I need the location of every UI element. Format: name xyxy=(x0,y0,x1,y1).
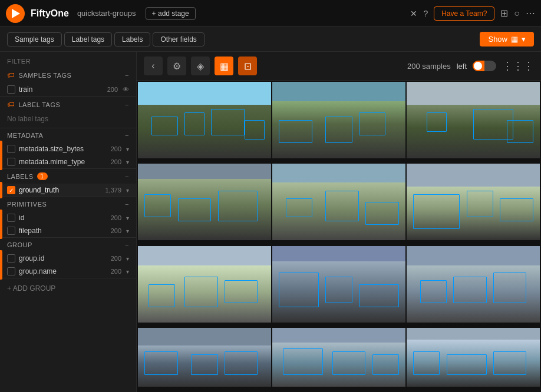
detection-box xyxy=(225,351,258,375)
view-toggle[interactable] xyxy=(473,61,496,71)
app-logo xyxy=(6,4,25,23)
metadata-mime-checkbox[interactable] xyxy=(7,158,15,166)
grid-cell[interactable] xyxy=(272,82,405,158)
grid-cell[interactable] xyxy=(407,328,540,387)
samples-tags-header[interactable]: 🏷 SAMPLES TAGS − xyxy=(0,67,136,83)
accent-bar xyxy=(0,222,2,239)
grid-cell[interactable] xyxy=(138,328,271,387)
add-stage-button[interactable]: + add stage xyxy=(146,7,196,20)
chevron-down-icon[interactable]: ▾ xyxy=(126,228,129,234)
detection-overlay xyxy=(138,328,271,387)
filepath-checkbox[interactable] xyxy=(7,227,15,235)
add-group-button[interactable]: + ADD GROUP xyxy=(0,278,136,298)
detection-box xyxy=(279,120,312,143)
grid-cell[interactable] xyxy=(138,82,271,158)
dataset-name: quickstart-groups xyxy=(77,9,136,18)
grid-cell[interactable] xyxy=(407,246,540,323)
grid-cell[interactable] xyxy=(138,164,271,240)
detection-box xyxy=(149,284,175,307)
group-id-checkbox[interactable] xyxy=(7,254,15,263)
grid-view-icon[interactable]: ⋮⋮⋮ xyxy=(502,59,534,72)
chevron-down-icon[interactable]: ▾ xyxy=(126,146,129,152)
group-header[interactable]: GROUP − xyxy=(0,238,136,252)
grid-button[interactable]: ▦ xyxy=(215,57,233,75)
group-section: GROUP − group.id 200 ▾ group.name 200 ▾ xyxy=(0,238,136,278)
collapse-icon[interactable]: − xyxy=(125,72,129,79)
detection-overlay xyxy=(272,246,405,323)
list-item[interactable]: group.id 200 ▾ xyxy=(0,252,136,265)
show-button[interactable]: Show ▦ ▾ xyxy=(480,32,534,46)
bookmark-button[interactable]: ⊡ xyxy=(238,57,257,75)
accent-bar xyxy=(0,263,2,280)
grid-cell[interactable] xyxy=(407,164,540,240)
chevron-down-icon[interactable]: ▾ xyxy=(126,215,129,221)
main-layout: FILTER 🏷 SAMPLES TAGS − train 200 👁 xyxy=(0,52,541,392)
close-icon[interactable]: ✕ xyxy=(410,9,417,18)
labels-tab[interactable]: Labels xyxy=(114,32,150,46)
have-team-button[interactable]: Have a Team? xyxy=(434,6,494,21)
more-icon[interactable]: ⋯ xyxy=(526,8,535,19)
train-checkbox[interactable] xyxy=(7,85,15,94)
list-item[interactable]: id 200 ▾ xyxy=(0,211,136,224)
detection-box xyxy=(359,284,399,307)
list-item[interactable]: metadata.size_bytes 200 ▾ xyxy=(0,142,136,155)
label-tags-section: 🏷 LABEL TAGS − No label tags xyxy=(0,97,136,128)
detection-box xyxy=(184,277,218,307)
collapse-icon[interactable]: − xyxy=(125,173,129,180)
detection-box xyxy=(500,198,533,221)
detection-box xyxy=(427,112,447,132)
detection-box xyxy=(225,280,258,303)
collapse-icon[interactable]: − xyxy=(125,101,129,108)
tag-button[interactable]: ◈ xyxy=(191,57,210,75)
grid-cell[interactable] xyxy=(407,82,540,158)
collapse-icon[interactable]: − xyxy=(125,241,129,248)
metadata-section: METADATA − metadata.size_bytes 200 ▾ met… xyxy=(0,128,136,169)
accent-bar xyxy=(0,154,2,170)
grid-cell[interactable] xyxy=(272,164,405,240)
primitives-section: PRIMITIVES − id 200 ▾ filepath 200 ▾ xyxy=(0,197,136,238)
grid-cell[interactable] xyxy=(272,328,405,387)
chevron-down-icon[interactable]: ▾ xyxy=(126,159,129,165)
ground-truth-checkbox[interactable] xyxy=(7,186,15,194)
github-icon[interactable]: ○ xyxy=(514,8,520,19)
settings-button[interactable]: ⚙ xyxy=(167,57,186,75)
no-label-text: No label tags xyxy=(0,112,136,128)
grid-cell[interactable] xyxy=(272,246,405,323)
detection-box xyxy=(245,120,265,139)
primitives-header[interactable]: PRIMITIVES − xyxy=(0,197,136,211)
metadata-size-checkbox[interactable] xyxy=(7,145,15,153)
back-button[interactable]: ‹ xyxy=(144,57,163,75)
grid-cell[interactable] xyxy=(138,246,271,323)
view-label: left xyxy=(457,62,467,71)
chevron-down-icon[interactable]: ▾ xyxy=(126,268,129,275)
label-tags-tab[interactable]: Label tags xyxy=(64,32,112,46)
label-tags-header[interactable]: 🏷 LABEL TAGS − xyxy=(0,97,136,112)
id-checkbox[interactable] xyxy=(7,214,15,222)
other-fields-tab[interactable]: Other fields xyxy=(153,32,204,46)
list-item[interactable]: ground_truth 1,379 ▾ xyxy=(0,184,136,197)
filter-header: FILTER xyxy=(0,52,136,67)
sidebar: FILTER 🏷 SAMPLES TAGS − train 200 👁 xyxy=(0,52,137,392)
detection-overlay xyxy=(272,164,405,240)
detection-box xyxy=(359,112,385,135)
labels-header[interactable]: LABELS 1 − xyxy=(0,169,136,184)
list-item[interactable]: train 200 👁 xyxy=(0,83,136,96)
image-grid xyxy=(137,81,541,392)
content-area: ‹ ⚙ ◈ ▦ ⊡ 200 samples left ⋮⋮⋮ xyxy=(137,52,541,392)
detection-overlay xyxy=(407,328,540,387)
list-item[interactable]: metadata.mime_type 200 ▾ xyxy=(0,155,136,168)
help-icon[interactable]: ? xyxy=(423,9,428,18)
list-item[interactable]: group.name 200 ▾ xyxy=(0,265,136,278)
collapse-icon[interactable]: − xyxy=(125,132,129,139)
chevron-down-icon[interactable]: ▾ xyxy=(126,187,129,194)
metadata-header[interactable]: METADATA − xyxy=(0,128,136,142)
list-item[interactable]: filepath 200 ▾ xyxy=(0,224,136,237)
collapse-icon[interactable]: − xyxy=(125,201,129,208)
header: FiftyOne quickstart-groups + add stage ✕… xyxy=(0,0,541,27)
chevron-down-icon[interactable]: ▾ xyxy=(126,255,129,262)
sample-tags-tab[interactable]: Sample tags xyxy=(7,32,62,46)
group-name-checkbox[interactable] xyxy=(7,267,15,275)
eye-icon[interactable]: 👁 xyxy=(123,86,129,93)
detection-box xyxy=(144,194,171,217)
apps-grid-icon[interactable]: ⊞ xyxy=(500,8,508,19)
